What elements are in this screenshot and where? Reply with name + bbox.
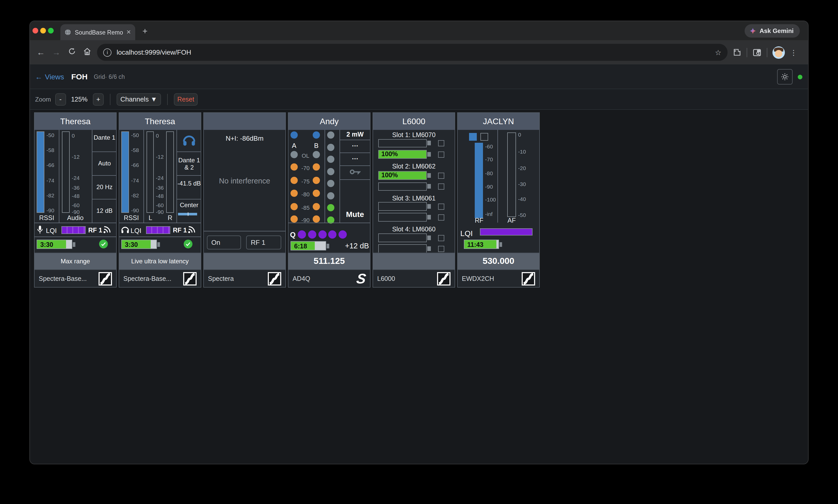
rf-link-label: RF 1 bbox=[88, 227, 102, 234]
quality-led bbox=[318, 230, 326, 239]
divider bbox=[176, 199, 201, 199]
rf-level-led bbox=[313, 177, 320, 184]
device-row: EWDX2CH bbox=[458, 270, 539, 287]
zoom-out-button[interactable]: - bbox=[55, 93, 66, 105]
fullscreen-window-button[interactable] bbox=[48, 28, 54, 34]
slot-checkbox[interactable] bbox=[438, 151, 444, 158]
reset-button[interactable]: Reset bbox=[174, 93, 198, 105]
scale-tick: -10 bbox=[518, 149, 526, 154]
page-title: FOH bbox=[71, 72, 87, 81]
battery-cap bbox=[427, 246, 431, 251]
profile-avatar[interactable] bbox=[772, 46, 785, 58]
scale-tick: -50 bbox=[518, 212, 526, 217]
search-panel-icon[interactable] bbox=[752, 48, 762, 57]
divider bbox=[92, 151, 116, 152]
lqi-label: LQI bbox=[460, 229, 473, 238]
balance-slider[interactable] bbox=[178, 213, 197, 215]
close-window-button[interactable] bbox=[33, 28, 38, 34]
rf-level-led bbox=[313, 203, 320, 210]
card-body: N+I: -86dBm No interference On RF 1 bbox=[204, 130, 285, 253]
rssi-meter bbox=[37, 131, 45, 213]
scale-tick: -90 bbox=[131, 208, 139, 213]
back-icon[interactable]: ← bbox=[33, 48, 49, 57]
url-bar[interactable]: i localhost:9999/view/FOH ☆ bbox=[97, 44, 728, 61]
browser-menu-icon[interactable]: ⋮ bbox=[790, 48, 797, 56]
close-tab-icon[interactable]: ✕ bbox=[126, 29, 131, 36]
gemini-sparkle-icon bbox=[749, 27, 756, 35]
views-back-link[interactable]: ← Views bbox=[35, 72, 64, 80]
toolbar-divider bbox=[110, 93, 111, 105]
scale-tick: -85 bbox=[299, 204, 312, 211]
lqi-meter bbox=[146, 226, 170, 234]
channel-card-jaclyn: JACLYN -60 -70 -80 -90 -100 -inf 0 bbox=[457, 112, 540, 288]
channel-card-l6000: L6000 Slot 1: LM6070 100% Slot 2: LM6062… bbox=[373, 112, 455, 288]
url-text[interactable]: localhost:9999/view/FOH bbox=[117, 49, 710, 56]
scale-tick: -40 bbox=[518, 196, 526, 201]
charge-percent: 100% bbox=[381, 150, 426, 158]
scale-tick: -82 bbox=[47, 193, 54, 198]
slot-checkbox[interactable] bbox=[438, 203, 444, 210]
rf-signal-icon bbox=[103, 225, 112, 234]
rf-level-led bbox=[291, 215, 298, 223]
shure-logo: S bbox=[355, 271, 367, 287]
card-body: Slot 1: LM6070 100% Slot 2: LM6062 100% bbox=[373, 130, 455, 253]
rf-select[interactable]: RF 1 bbox=[246, 235, 281, 249]
slot-checkbox[interactable] bbox=[438, 173, 444, 179]
battery-terminal bbox=[499, 242, 502, 247]
menu-cell[interactable]: … bbox=[340, 140, 370, 148]
gain-mode-value[interactable]: Auto bbox=[92, 160, 116, 167]
scale-tick: -60 bbox=[156, 202, 164, 208]
slot-checkbox[interactable] bbox=[438, 183, 444, 190]
new-tab-button[interactable]: + bbox=[139, 26, 151, 37]
brightness-toggle-button[interactable] bbox=[777, 69, 792, 85]
gain-value[interactable]: 12 dB bbox=[92, 207, 116, 214]
divider bbox=[340, 139, 370, 140]
link-mode-badge bbox=[204, 253, 285, 270]
battery-terminal bbox=[327, 244, 329, 248]
slot-battery bbox=[378, 233, 427, 242]
zoom-toolbar: Zoom - 125% + Channels ▼ Reset bbox=[30, 89, 808, 110]
browser-tab[interactable]: SoundBase Remote View ✕ bbox=[61, 24, 135, 40]
scale-tick: -90 bbox=[47, 208, 54, 213]
scale-tick: -58 bbox=[47, 147, 54, 152]
reload-icon[interactable] bbox=[64, 48, 80, 57]
extensions-icon[interactable] bbox=[733, 48, 741, 57]
channel-grid: Theresa -50 -58 -66 -74 -82 -90 bbox=[30, 110, 808, 444]
slot-checkbox[interactable] bbox=[438, 214, 444, 220]
reload-arrow bbox=[68, 48, 75, 55]
mute-button[interactable]: Mute bbox=[340, 210, 370, 218]
battery-indicator: 11:43 bbox=[464, 240, 499, 249]
forward-icon[interactable]: → bbox=[49, 48, 64, 57]
channel-name bbox=[204, 113, 285, 130]
slot-checkbox[interactable] bbox=[438, 140, 444, 146]
avatar-face bbox=[775, 50, 782, 57]
zoom-label: Zoom bbox=[35, 95, 51, 103]
ask-gemini-button[interactable]: Ask Gemini bbox=[745, 24, 800, 38]
menu-cell[interactable]: … bbox=[340, 153, 370, 161]
battery-cap bbox=[427, 235, 431, 240]
screen: SoundBase Remote View ✕ + Ask Gemini ← → bbox=[0, 0, 838, 504]
scale-tick: -12 bbox=[72, 154, 80, 159]
slot-checkbox[interactable] bbox=[438, 246, 444, 252]
zoom-in-button[interactable]: + bbox=[92, 93, 104, 105]
power-select[interactable]: On bbox=[207, 235, 241, 249]
scale-tick: -70 bbox=[299, 165, 312, 171]
device-name: L6000 bbox=[377, 275, 395, 282]
scale-tick: -90 bbox=[485, 184, 493, 189]
channel-name: JACLYN bbox=[458, 113, 539, 130]
right-label: R bbox=[164, 214, 176, 221]
volume-value[interactable]: -41.5 dB bbox=[177, 180, 201, 187]
channels-dropdown[interactable]: Channels ▼ bbox=[117, 93, 161, 105]
tx-power-value[interactable]: 2 mW bbox=[340, 131, 370, 138]
site-info-icon[interactable]: i bbox=[103, 48, 112, 56]
antenna-b-led bbox=[313, 131, 320, 139]
low-cut-value[interactable]: 20 Hz bbox=[92, 183, 116, 191]
minimize-window-button[interactable] bbox=[40, 28, 46, 34]
slot-battery bbox=[378, 213, 427, 221]
routing-value[interactable]: Dante 1 bbox=[92, 134, 116, 141]
microphone-icon bbox=[37, 225, 44, 235]
bookmark-star-icon[interactable]: ☆ bbox=[715, 48, 721, 56]
home-icon[interactable] bbox=[80, 47, 95, 57]
routing-value[interactable]: Dante 1 & 2 bbox=[177, 157, 201, 171]
slot-checkbox[interactable] bbox=[438, 235, 444, 241]
